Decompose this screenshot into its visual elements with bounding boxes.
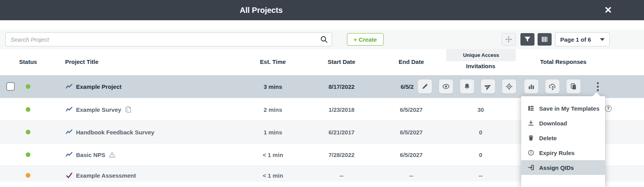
est-time-cell: 3 mins	[249, 83, 296, 90]
status-dot-green	[26, 107, 30, 112]
end-date-cell: 6/5/2027	[388, 151, 435, 158]
menu-item-label: Download	[539, 120, 567, 127]
row-checkbox[interactable]	[6, 82, 15, 91]
notifications-button[interactable]	[460, 79, 474, 94]
menu-item-label: Delete	[539, 135, 557, 141]
invitations-cell: 0	[457, 129, 504, 135]
expiry-clock-icon	[527, 149, 534, 156]
project-title-link[interactable]: Example Project	[76, 83, 122, 90]
project-title-link[interactable]: Handbook Feedback Survey	[76, 129, 154, 135]
est-time-cell: < 1 min	[249, 151, 296, 158]
filter-button[interactable]	[520, 33, 534, 46]
menu-item-assign-qids[interactable]: Assign QIDs	[521, 160, 605, 175]
menu-item-save-in-my-templates[interactable]: Save in My Templates ?	[521, 101, 605, 116]
help-icon[interactable]: ?	[605, 105, 612, 112]
start-date-cell: 7/28/2022	[318, 151, 365, 158]
modal-title: All Projects	[240, 6, 283, 15]
download-icon	[527, 120, 534, 127]
close-icon[interactable]: ✕	[604, 5, 612, 15]
menu-item-delete[interactable]: Delete	[521, 131, 605, 145]
checkmark-icon	[65, 172, 73, 179]
create-button[interactable]: + Create	[347, 33, 384, 46]
invitations-cell: --	[457, 172, 504, 179]
menu-item-download[interactable]: Download	[521, 116, 605, 131]
warning-triangle-icon	[108, 151, 116, 158]
end-date-cell: --	[388, 172, 435, 179]
row-context-menu: Save in My Templates ? Download Delete E…	[521, 96, 605, 187]
columns-icon	[541, 35, 548, 43]
search-input[interactable]	[5, 32, 332, 46]
all-projects-modal: All Projects ✕ + Create Page 1 of 6	[0, 0, 644, 187]
send-plane-icon	[484, 83, 492, 90]
table-header-row: Status Project Title Est. Time Start Dat…	[0, 49, 644, 75]
preview-eye-icon	[442, 83, 450, 90]
copy-button[interactable]	[566, 79, 580, 94]
move-icon	[505, 35, 513, 43]
survey-zigzag-icon	[65, 83, 73, 90]
templates-icon	[527, 105, 534, 112]
page-select[interactable]: Page 1 of 6	[555, 32, 610, 46]
edit-pencil-icon	[421, 83, 429, 90]
invitations-cell: 30	[457, 106, 504, 113]
invitations-cell: 0	[457, 151, 504, 158]
survey-zigzag-icon	[65, 151, 73, 158]
status-dot-green	[26, 130, 30, 134]
menu-item-label: Save in My Templates	[539, 105, 600, 112]
edit-button[interactable]	[418, 79, 432, 94]
header-status[interactable]: Status	[16, 58, 41, 65]
start-date-cell: 6/21/2017	[318, 129, 365, 135]
search-wrap	[5, 32, 332, 46]
status-dot-green	[26, 152, 30, 157]
header-est-time[interactable]: Est. Time	[253, 58, 292, 65]
est-time-cell: < 1 min	[249, 172, 296, 179]
reports-button[interactable]	[524, 79, 538, 94]
start-date-cell: --	[318, 172, 365, 179]
cloud-sync-icon	[548, 83, 556, 90]
copy-icon	[570, 83, 577, 90]
est-time-cell: 1 mins	[249, 129, 296, 135]
trash-icon	[527, 134, 534, 141]
project-title-link[interactable]: Example Survey	[76, 106, 121, 113]
est-time-cell: 2 mins	[249, 106, 296, 113]
start-date-cell: 8/17/2022	[318, 83, 365, 90]
end-date-cell: 6/5/2027	[388, 106, 435, 113]
move-button[interactable]	[502, 33, 516, 46]
end-date-cell: 6/5/2027	[388, 129, 435, 135]
target-icon	[505, 83, 513, 90]
bell-icon	[463, 83, 471, 90]
survey-zigzag-icon	[65, 106, 73, 113]
survey-zigzag-icon	[65, 128, 73, 136]
copied-document-icon	[124, 106, 132, 113]
page-select-value: Page 1 of 6	[560, 36, 600, 43]
header-end-date[interactable]: End Date	[392, 58, 431, 65]
project-title-link[interactable]: Example Assessment	[76, 172, 136, 179]
modal-header: All Projects ✕	[0, 0, 644, 20]
menu-item-label: Expiry Rules	[539, 150, 575, 156]
status-dot-green	[26, 84, 30, 89]
header-start-date[interactable]: Start Date	[322, 58, 361, 65]
filter-icon	[524, 35, 531, 43]
caret-down-icon	[600, 38, 605, 41]
project-title-link[interactable]: Basic NPS	[76, 151, 105, 158]
assign-arrow-icon	[527, 164, 534, 171]
target-button[interactable]	[502, 79, 516, 94]
menu-item-expiry-rules[interactable]: Expiry Rules	[521, 145, 605, 160]
status-dot-orange	[26, 173, 30, 178]
preview-button[interactable]	[439, 79, 453, 94]
header-total-responses[interactable]: Total Responses	[534, 58, 593, 65]
cloud-sync-button[interactable]	[545, 79, 559, 94]
send-button[interactable]	[481, 79, 495, 94]
header-project-title[interactable]: Project Title	[65, 58, 99, 65]
menu-item-label: Assign QIDs	[539, 164, 574, 171]
bar-chart-icon	[527, 83, 535, 90]
end-date-cell: 6/5/2	[384, 83, 414, 90]
search-icon	[320, 35, 328, 44]
header-unique-access: Unique Access	[446, 49, 516, 61]
create-button-label: + Create	[354, 36, 377, 43]
kebab-menu-icon[interactable]	[593, 79, 602, 94]
header-invitations[interactable]: Invitations	[457, 63, 504, 69]
start-date-cell: 1/23/2018	[318, 106, 365, 113]
columns-button[interactable]	[538, 33, 552, 46]
